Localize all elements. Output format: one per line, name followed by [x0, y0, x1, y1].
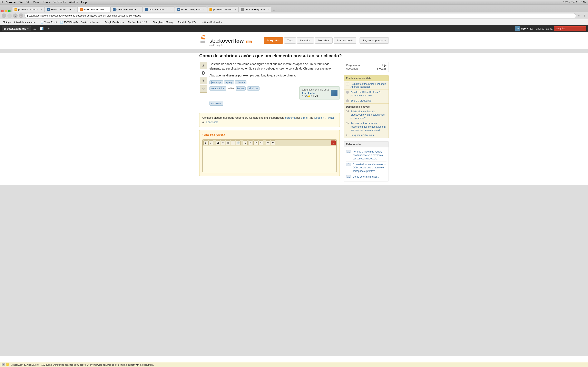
nav-btn-perguntas[interactable]: Perguntas [264, 37, 283, 44]
tab-1-close[interactable]: × [41, 8, 42, 11]
editor-indent[interactable]: ⇥ [253, 141, 258, 145]
bookmark-joel[interactable]: The Joel Test: 12 St... [126, 21, 150, 24]
answer-textarea[interactable] [202, 146, 337, 172]
tab-2-close[interactable]: × [73, 8, 75, 11]
meta-item-3-text[interactable]: Sobre a graduação [351, 99, 371, 102]
tab-5-close[interactable]: × [171, 8, 173, 11]
related-link-1[interactable]: Por que o fadeIn do jQuery não funciona … [353, 150, 387, 160]
address-input[interactable] [25, 13, 576, 18]
user-name[interactable]: Joao Paulo [302, 92, 315, 95]
editor-code[interactable]: {} [226, 141, 230, 145]
editor-blockquote[interactable]: ❝ [221, 141, 225, 145]
close-link[interactable]: fechar [236, 86, 246, 91]
flag-link[interactable]: sinalizar [247, 86, 259, 91]
debate-link-3[interactable]: Perguntas Subjetivas [351, 133, 374, 137]
editor-help[interactable]: ? [331, 141, 336, 145]
bookmark-portal[interactable]: Portal do Sped Tab... [177, 21, 200, 24]
tag-chrome[interactable]: chrome [235, 80, 246, 84]
back-button[interactable]: ← [2, 13, 6, 18]
bookmark-apps[interactable]: ⊞ Apps [2, 20, 12, 24]
bookmark-nodebr[interactable]: # #nodebr – freenode... [13, 20, 39, 24]
bookmark-strongloop[interactable]: StrongLoop | Manag... [151, 21, 176, 24]
bookmark-polyglot[interactable]: PolyglotPersistence [104, 21, 126, 24]
tag-javascript[interactable]: javascript [209, 80, 223, 84]
maximize-window-btn[interactable] [8, 10, 11, 12]
browser-tab-4[interactable]: C Command Line API ... × [111, 7, 143, 12]
se-analise-link[interactable]: análise [536, 27, 544, 30]
meta-item-2-text[interactable]: Estado da Pilha #2: Junte 3 pessoas numa… [351, 91, 387, 97]
share-facebook-link[interactable]: Facebook [206, 120, 218, 124]
favorite-button[interactable]: ☆ [200, 85, 207, 92]
editor-italic[interactable]: I [208, 141, 213, 145]
browser-tab-8[interactable]: A Allan Jardine | Refle... × [239, 7, 271, 12]
editor-image[interactable]: 🖼 [216, 141, 220, 145]
editor-redo[interactable]: ↪ [271, 141, 275, 145]
chrome-settings-icon[interactable]: ⋮ [582, 14, 586, 18]
se-chart-icon[interactable]: 📊 [39, 26, 44, 31]
tab-3-close[interactable]: × [106, 8, 108, 11]
minimize-window-btn[interactable] [5, 10, 7, 12]
tab-8-close[interactable]: × [268, 8, 269, 11]
menu-edit[interactable]: Edit [26, 1, 30, 4]
tab-7-close[interactable]: × [235, 8, 236, 11]
browser-tab-7[interactable]: J javascript – How to... × [207, 7, 238, 12]
se-search-input[interactable] [554, 26, 586, 31]
nav-btn-medalhas[interactable]: Medalhas [315, 37, 333, 44]
editor-undo[interactable]: ↩ [266, 141, 270, 145]
tab-4-close[interactable]: × [139, 8, 140, 11]
reload-button[interactable]: ↻ [13, 13, 17, 18]
new-tab-button[interactable]: + [272, 8, 276, 12]
tab-6-close[interactable]: × [203, 8, 205, 11]
browser-tab-2[interactable]: B British Museum – Hi... × [45, 7, 77, 12]
share-googleplus-link[interactable]: Google+ [314, 116, 324, 119]
editor-bold[interactable]: B [203, 141, 208, 145]
related-link-3[interactable]: Como determinar qual... [353, 175, 379, 179]
menu-chrome[interactable]: Chrome [6, 1, 16, 4]
browser-tab-3[interactable]: S how to inspect DOM... × [78, 7, 110, 12]
bookmark-other[interactable]: » Other Bookmarks [201, 21, 223, 24]
menu-window[interactable]: Window [69, 1, 78, 4]
menu-bookmarks[interactable]: Bookmarks [53, 1, 66, 4]
se-star-icon[interactable]: ✦ [46, 26, 51, 31]
share-email-link[interactable]: e-mail [301, 116, 308, 119]
nav-btn-usuarios[interactable]: Usuários [297, 37, 314, 44]
bookmark-jsonstringify[interactable]: 📄 JSONStringify [59, 20, 79, 24]
meta-item-1-text[interactable]: Help us test the Stack Exchange Android … [351, 83, 387, 88]
se-cloud-icon[interactable]: ☁ [32, 26, 37, 31]
vote-up-button[interactable]: ▲ [200, 62, 207, 69]
browser-tab-6[interactable]: H How to debug Java... × [175, 7, 207, 12]
se-bullet: ● [527, 27, 528, 30]
share-twitter-link[interactable]: Twitter [326, 116, 334, 119]
ask-question-button[interactable]: Faça uma pergunta [360, 37, 389, 44]
browser-tab-1[interactable]: JS javascript – Como d... × [12, 7, 44, 12]
editor-ol[interactable]: 1. [243, 141, 248, 145]
edit-link[interactable]: editar [228, 87, 234, 90]
menu-help[interactable]: Help [81, 1, 87, 4]
share-pergunta-link[interactable]: pergunta [285, 116, 295, 119]
menu-file[interactable]: File [18, 1, 23, 4]
vote-down-button[interactable]: ▼ [200, 77, 207, 84]
browser-tab-5[interactable]: T Tips And Tricks – G... × [143, 7, 175, 12]
editor-outdent[interactable]: ⇤ [259, 141, 263, 145]
editor-hr[interactable]: — [231, 141, 235, 145]
bookmark-visual-event[interactable]: 📄 Visual Event [39, 20, 58, 24]
se-ajuda-link[interactable]: ajuda [546, 27, 553, 30]
bookmark-startup[interactable]: Startup de internet... [80, 21, 103, 24]
menu-view[interactable]: View [33, 1, 39, 4]
editor-link[interactable]: 🔗 [236, 141, 241, 145]
debate-link-1[interactable]: Existe alguma área do StackOverflow para… [351, 110, 387, 120]
forward-button[interactable]: → [7, 13, 12, 18]
tag-jquery[interactable]: jquery [224, 80, 234, 84]
nav-btn-sem-resposta[interactable]: Sem resposta [334, 37, 356, 44]
editor-ul[interactable]: • [248, 141, 253, 145]
comment-button[interactable]: comentar [209, 101, 223, 106]
debate-link-2[interactable]: Por que muitas pessoas respondem nos com… [351, 122, 387, 132]
home-button[interactable]: ⛪ [19, 13, 23, 18]
menu-history[interactable]: History [42, 1, 50, 4]
close-window-btn[interactable] [1, 10, 4, 12]
related-link-2[interactable]: É possível incluir elementos no DOM depo… [353, 163, 387, 173]
share-link[interactable]: compartilhar [209, 86, 226, 91]
se-logo-nav[interactable]: ⊞ StackExchange ▼ [2, 26, 31, 31]
bookmark-star-icon[interactable]: ☆ [577, 14, 581, 18]
nav-btn-tags[interactable]: Tags [284, 37, 296, 44]
